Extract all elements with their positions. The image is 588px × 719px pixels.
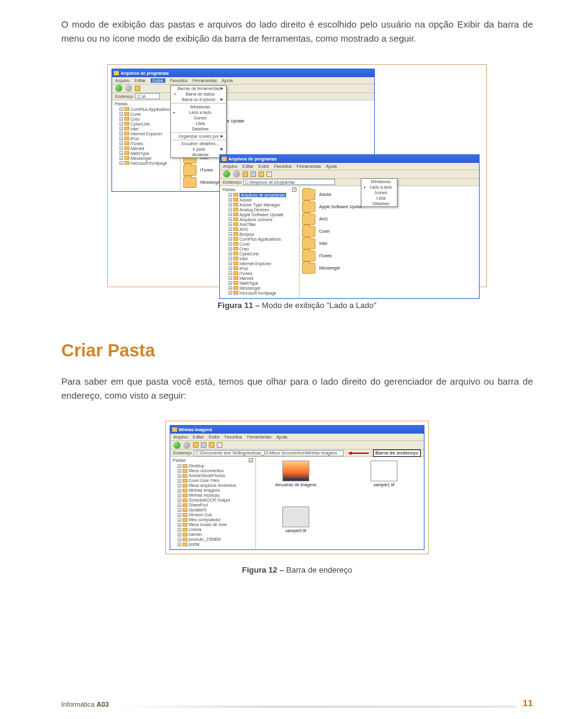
forward-button[interactable]	[125, 85, 132, 92]
menu-item[interactable]: Escolher detalhes...	[171, 141, 226, 146]
expand-icon[interactable]: +	[119, 161, 123, 165]
tree-item[interactable]: +Corel	[113, 112, 179, 117]
address-input[interactable]: C:\Arquivos de programas	[243, 179, 335, 185]
expand-icon[interactable]: +	[228, 193, 232, 197]
tree-item[interactable]: +Arquivos de programas	[221, 193, 298, 198]
expand-icon[interactable]: +	[228, 291, 232, 295]
search-button[interactable]	[251, 171, 256, 177]
menu-editar[interactable]: Editar	[243, 164, 254, 168]
tree-item[interactable]: +Lixeira	[172, 527, 254, 532]
tree-item[interactable]: +Marvell	[113, 146, 179, 151]
tree-item[interactable]: +Meus documentos	[172, 469, 254, 473]
menu-item[interactable]: Barras de ferramentas▶	[171, 86, 226, 91]
address-input[interactable]: C:\A	[135, 93, 160, 99]
expand-icon[interactable]: +	[228, 281, 232, 285]
tree-item[interactable]: +Desktop	[172, 464, 254, 469]
expand-icon[interactable]: +	[228, 276, 232, 280]
window-titlebar[interactable]: Minhas imagens	[170, 426, 424, 434]
expand-icon[interactable]: +	[228, 286, 232, 290]
back-button[interactable]	[223, 170, 230, 178]
tree-item[interactable]: +jucurutu_230808	[172, 537, 254, 542]
tree-item[interactable]: +CyberLink	[221, 252, 298, 257]
expand-icon[interactable]: +	[119, 151, 123, 155]
tree-item[interactable]: +iPod	[221, 266, 298, 271]
tree-item[interactable]: +AVG	[221, 227, 298, 232]
close-icon[interactable]: ×	[249, 458, 253, 462]
expand-icon[interactable]: +	[228, 222, 232, 226]
expand-icon[interactable]: +	[119, 146, 123, 150]
expand-icon[interactable]: +	[178, 499, 181, 502]
menu-item[interactable]: •Lado a lado	[361, 184, 397, 190]
window-titlebar[interactable]: Arquivos de programas	[220, 155, 479, 163]
expand-icon[interactable]: +	[178, 518, 181, 522]
expand-icon[interactable]: +	[228, 242, 232, 246]
menu-item[interactable]: Ícones	[171, 115, 226, 121]
tree-item[interactable]: +iPod	[113, 137, 179, 141]
expand-icon[interactable]: +	[178, 508, 181, 512]
expand-icon[interactable]: +	[119, 127, 123, 130]
tree-item[interactable]: +Meus arquivos recebidos	[172, 483, 254, 488]
expand-icon[interactable]: +	[178, 474, 181, 478]
tree-item[interactable]: +Apple Software Update	[221, 213, 298, 217]
folder-tile[interactable]: Messenger	[302, 262, 477, 274]
address-input[interactable]: C:\Documents and Settings\edicao_01\Meus…	[194, 450, 344, 456]
folders-button[interactable]	[209, 442, 214, 448]
menu-editar[interactable]: Editar	[135, 78, 146, 83]
tree-item[interactable]: +Internet Explorer	[113, 132, 179, 137]
tree-item[interactable]: +Minhas imagens	[172, 488, 254, 493]
expand-icon[interactable]: +	[228, 203, 232, 206]
tree-item[interactable]: +Analog Devices	[221, 208, 298, 213]
tree-item[interactable]: +Adobe	[221, 198, 298, 203]
menu-item[interactable]: •Lado a lado	[171, 110, 226, 115]
menu-arquivo[interactable]: Arquivo	[173, 435, 188, 439]
expand-icon[interactable]: +	[228, 237, 232, 241]
tree-item[interactable]: +Version Cue	[172, 513, 254, 518]
thumbnail[interactable]: sample1.tif	[348, 461, 420, 500]
menu-exibir[interactable]: Exibir	[151, 78, 165, 83]
up-button[interactable]	[193, 442, 198, 448]
expand-icon[interactable]: +	[119, 107, 123, 111]
tree-item[interactable]: +iTunes	[113, 141, 179, 146]
back-button[interactable]	[173, 442, 181, 449]
tree-item[interactable]: +Adobe Type Manager	[221, 203, 298, 208]
tree-item[interactable]: +Minhas músicas	[172, 493, 254, 498]
menu-item[interactable]: Detalhes	[361, 201, 397, 206]
tree-item[interactable]: +ScheduleOCR Output	[172, 498, 254, 503]
menu-item[interactable]: Organizar ícones por▶	[171, 134, 226, 139]
thumbnail[interactable]: Amostras de imagens	[260, 461, 332, 500]
menu-ferramentas[interactable]: Ferramentas	[192, 78, 217, 83]
expand-icon[interactable]: +	[178, 503, 181, 507]
tree-item[interactable]: +CyberLink	[113, 122, 179, 127]
expand-icon[interactable]: +	[228, 252, 232, 255]
expand-icon[interactable]: +	[228, 232, 232, 236]
expand-icon[interactable]: +	[178, 464, 181, 468]
tree-item[interactable]: +SharePod	[172, 503, 254, 508]
menu-item[interactable]: Atualizar	[171, 152, 226, 157]
expand-icon[interactable]: +	[228, 227, 232, 231]
expand-icon[interactable]: +	[178, 469, 181, 473]
tree-item[interactable]: +AdobeStockPhotos	[172, 473, 254, 478]
folders-button[interactable]	[258, 171, 264, 177]
menu-editar[interactable]: Editar	[193, 435, 204, 439]
menu-favoritos[interactable]: Favoritos	[274, 164, 292, 168]
expand-icon[interactable]: +	[119, 137, 123, 140]
folder-tile[interactable]: Intel	[302, 238, 477, 250]
views-button[interactable]	[266, 171, 272, 177]
tree-item[interactable]: +Marvell	[221, 276, 298, 281]
menu-item[interactable]: Ícones	[361, 190, 397, 195]
up-button[interactable]	[243, 171, 248, 177]
tree-item[interactable]: +Creo	[113, 117, 179, 122]
menu-item[interactable]: ✓Barra de status	[171, 91, 226, 97]
expand-icon[interactable]: +	[228, 247, 232, 250]
expand-icon[interactable]: +	[178, 543, 181, 546]
tree-item[interactable]: +iTunes	[221, 271, 298, 276]
menu-item[interactable]: Barra do Explorer▶	[171, 97, 226, 102]
search-button[interactable]	[201, 442, 206, 448]
folder-tile[interactable]: iTunes	[302, 250, 477, 262]
forward-button[interactable]	[233, 170, 240, 178]
menu-ajuda[interactable]: Ajuda	[222, 78, 233, 83]
menu-item[interactable]: Detalhes	[171, 126, 226, 132]
tree-item[interactable]: +Meus locais de rede	[172, 522, 254, 527]
menu-arquivo[interactable]: Arquivo	[223, 164, 238, 168]
tree-item[interactable]: +Corel	[221, 242, 298, 247]
